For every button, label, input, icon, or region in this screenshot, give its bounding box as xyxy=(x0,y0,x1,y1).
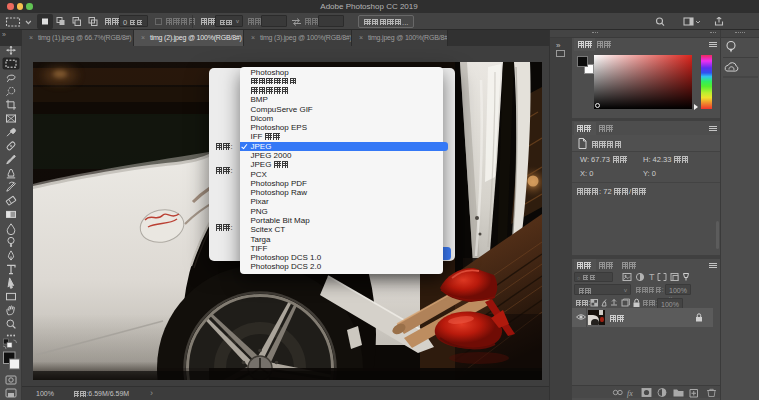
svg-text:T: T xyxy=(649,272,655,282)
svg-text:fx: fx xyxy=(627,389,633,398)
